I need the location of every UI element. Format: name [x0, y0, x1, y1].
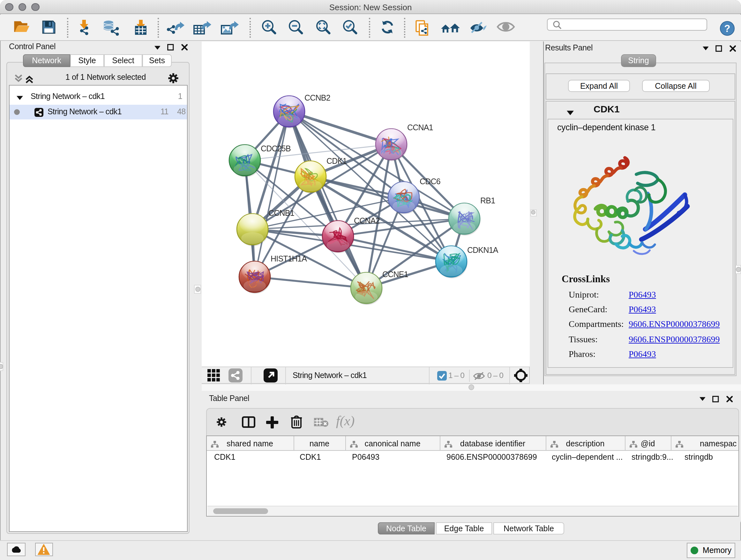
svg-text:CDC6: CDC6 — [419, 177, 440, 186]
svg-text:RB1: RB1 — [480, 196, 495, 205]
svg-text:CCNA1: CCNA1 — [407, 123, 433, 132]
svg-text:CDK1: CDK1 — [326, 156, 347, 165]
svg-text:CCNB1: CCNB1 — [268, 208, 294, 217]
svg-text:CDKN1A: CDKN1A — [467, 245, 498, 254]
svg-text:CCNA2: CCNA2 — [354, 216, 380, 225]
svg-text:CDC25B: CDC25B — [260, 144, 290, 152]
svg-text:?: ? — [724, 23, 731, 34]
svg-text:CCNE1: CCNE1 — [382, 269, 408, 278]
svg-text:HIST1H1A: HIST1H1A — [270, 254, 307, 263]
svg-text:CCNB2: CCNB2 — [304, 93, 330, 102]
